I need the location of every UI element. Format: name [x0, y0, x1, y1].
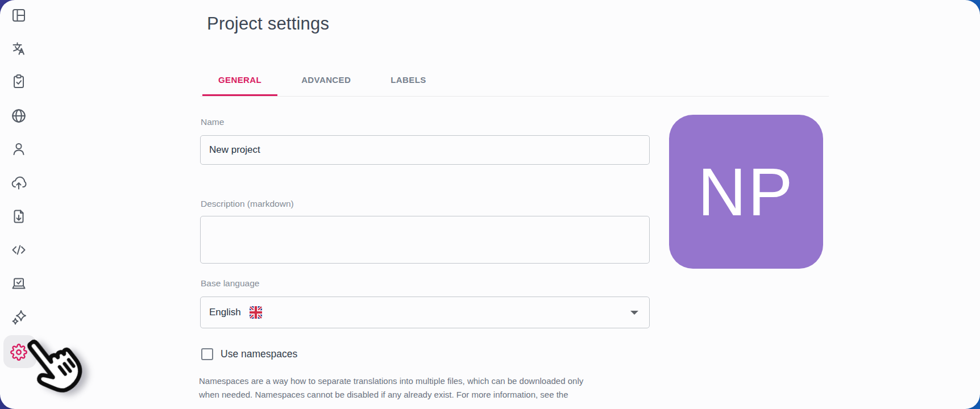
description-label: Description (markdown) [201, 199, 294, 209]
tab-general[interactable]: GENERAL [202, 64, 277, 96]
sidebar-item-languages[interactable] [5, 102, 32, 130]
sidebar-item-ai[interactable] [5, 303, 32, 331]
sidebar-item-developer[interactable] [5, 270, 32, 297]
base-language-value: English [209, 307, 241, 318]
use-namespaces-row[interactable]: Use namespaces [201, 348, 297, 360]
globe-icon [10, 107, 27, 124]
cloud-upload-icon [11, 175, 27, 191]
sidebar-item-translations[interactable] [5, 35, 32, 62]
layout-columns-icon [11, 7, 27, 23]
sidebar-item-integrate[interactable] [5, 236, 32, 264]
sidebar-item-members[interactable] [5, 135, 32, 162]
sidebar-item-import[interactable] [5, 169, 32, 197]
base-language-label: Base language [201, 278, 259, 289]
name-input[interactable] [200, 135, 650, 165]
app-window: Project settings GENERAL ADVANCED LABELS… [0, 0, 980, 409]
laptop-check-icon [11, 276, 27, 291]
namespaces-help-line1: Namespaces are a way how to separate tra… [199, 374, 583, 388]
sidebar-item-dashboard[interactable] [5, 2, 32, 29]
sparkles-icon [11, 309, 27, 325]
settings-tabs: GENERAL ADVANCED LABELS [202, 64, 442, 96]
sidebar [0, 0, 38, 409]
sidebar-item-tasks[interactable] [5, 68, 32, 95]
use-namespaces-checkbox[interactable] [201, 348, 213, 360]
clipboard-check-icon [11, 73, 27, 89]
sidebar-item-settings[interactable] [5, 339, 32, 366]
tab-advanced[interactable]: ADVANCED [285, 64, 367, 96]
name-label: Name [201, 117, 224, 127]
namespaces-help-line2: when needed. Namespaces cannot be disabl… [199, 388, 568, 402]
file-download-icon [11, 208, 27, 224]
base-language-select[interactable]: English [200, 297, 650, 328]
page-title: Project settings [207, 14, 329, 34]
description-input[interactable] [200, 216, 650, 264]
use-namespaces-label: Use namespaces [221, 348, 297, 360]
tab-labels[interactable]: LABELS [375, 64, 442, 96]
language-icon [11, 40, 27, 56]
sidebar-item-export[interactable] [5, 203, 32, 230]
project-avatar-initials: NP [698, 158, 795, 226]
project-avatar[interactable]: NP [669, 115, 823, 269]
chevron-down-icon [630, 311, 638, 315]
settings-gear-icon [10, 344, 27, 361]
code-icon [11, 242, 27, 258]
uk-flag-icon [250, 306, 262, 319]
tabs-divider [200, 96, 829, 97]
user-icon [11, 141, 27, 157]
